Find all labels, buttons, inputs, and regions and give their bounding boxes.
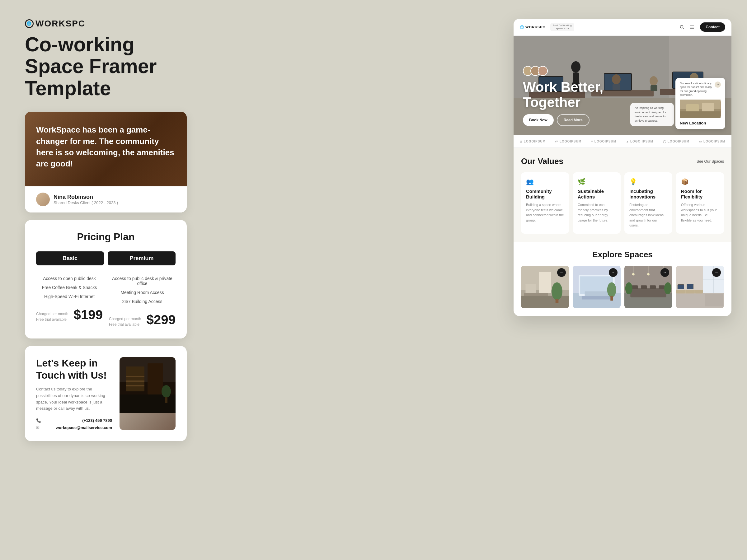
avatar-3: [538, 66, 548, 76]
value-incubating: 💡 Incubating Innovations Fostering an en…: [624, 172, 672, 234]
new-location-card: Our new location is finally open for pub…: [675, 78, 725, 129]
premium-trial-label: Free trial available: [109, 322, 141, 327]
svg-point-50: [551, 282, 562, 300]
premium-tab[interactable]: Premium: [108, 251, 176, 265]
explore-card-3: →: [624, 265, 672, 309]
svg-rect-83: [676, 290, 685, 293]
see-spaces-link[interactable]: See Our Spaces: [697, 159, 724, 164]
community-desc: Building a space where everyone feels we…: [526, 202, 564, 223]
testimonial-card: WorkSpace has been a game-changer for me…: [25, 112, 187, 212]
contact-title: Let's Keep in Touch with Us!: [36, 357, 112, 381]
svg-rect-56: [582, 296, 612, 299]
logo-1: ◎ Logoipsum: [520, 140, 546, 143]
incubating-desc: Fostering an environment that encourages…: [629, 202, 667, 228]
logos-bar: ◎ Logoipsum 🏷 LOGOIPSUM ≡ LOGOIPSUM ▲ Lo…: [514, 135, 731, 148]
community-icon: 👥: [526, 178, 564, 185]
flexibility-name: Room for Flexibility: [681, 189, 719, 200]
contact-section: Let's Keep in Touch with Us! Contact us …: [25, 346, 187, 441]
svg-rect-89: [687, 284, 693, 289]
logo-5: ◯ logoipsum: [663, 140, 689, 143]
logo-6: ▭ logoipsum: [699, 140, 725, 143]
explore-arrow-4[interactable]: →: [712, 268, 721, 277]
svg-rect-84: [686, 290, 695, 293]
browser-badge: Best Co-Working Space 2023: [550, 23, 574, 31]
svg-rect-3: [148, 364, 163, 395]
logo-4: ▲ Logo Ipsum: [626, 140, 653, 143]
explore-arrow-3[interactable]: →: [661, 268, 669, 277]
contact-button[interactable]: Contact: [700, 22, 725, 32]
values-header: Our Values See Our Spaces: [521, 157, 724, 166]
svg-rect-2: [126, 367, 145, 391]
svg-line-11: [683, 28, 684, 29]
basic-features: Access to open public desk Free Coffee B…: [36, 274, 103, 327]
sustainable-icon: 🌿: [578, 178, 616, 185]
read-more-button[interactable]: Read More: [557, 114, 590, 126]
sustainable-desc: Committed to eco-friendly practices by r…: [578, 202, 616, 223]
value-sustainable: 🌿 Sustainable Actions Committed to eco-f…: [573, 172, 621, 234]
basic-feature-1: Access to open public desk: [36, 274, 103, 283]
badge-line2: Space 2023: [553, 27, 571, 30]
svg-point-67: [647, 273, 650, 275]
svg-point-76: [664, 282, 671, 294]
incubating-icon: 💡: [629, 178, 667, 185]
logo-3: ≡ LOGOIPSUM: [591, 140, 616, 143]
explore-title: Explore Spaces: [521, 250, 724, 260]
premium-feature-1: Access to public desk & private office: [109, 274, 176, 288]
pricing-features: Access to open public desk Free Coffee B…: [36, 274, 176, 327]
logo-2: 🏷 LOGOIPSUM: [555, 140, 582, 143]
explore-arrow-1[interactable]: →: [557, 268, 566, 277]
testimonial-quote: WorkSpace has been a game-changer for me…: [36, 124, 176, 169]
pricing-tabs: Basic Premium: [36, 251, 176, 265]
browser-globe-icon: 🌐: [520, 25, 524, 29]
search-icon[interactable]: [679, 24, 685, 30]
menu-icon[interactable]: [689, 24, 695, 30]
browser-logo-text: WORKSPC: [525, 25, 545, 29]
new-location-popup-text: Our new location is finally open for pub…: [680, 81, 715, 97]
side-card-top: Our new location is finally open for pub…: [680, 81, 721, 97]
svg-point-65: [632, 273, 635, 275]
brand-logo: 🌐 WORKSPC: [25, 19, 187, 29]
basic-charge-label: Charged per month: [36, 311, 68, 317]
svg-rect-49: [521, 296, 569, 308]
svg-rect-85: [695, 290, 703, 293]
globe-icon: 🌐: [25, 19, 34, 28]
contact-phone-row: 📞 (+123) 456 7890: [36, 418, 112, 423]
contact-phone: (+123) 456 7890: [82, 418, 112, 423]
svg-point-58: [607, 282, 616, 297]
svg-point-75: [625, 282, 633, 294]
svg-rect-59: [610, 296, 613, 300]
pricing-section: Pricing Plan Basic Premium Access to ope…: [25, 220, 187, 339]
basic-feature-2: Free Coffee Break & Snacks: [36, 283, 103, 292]
explore-card-2: →: [573, 265, 621, 309]
email-icon: ✉: [36, 425, 40, 430]
hero-buttons: Book Now Read More: [523, 114, 603, 126]
flexibility-desc: Offering various workspaces to suit your…: [681, 202, 719, 223]
phone-icon: 📞: [36, 418, 41, 423]
basic-tab[interactable]: Basic: [36, 251, 104, 265]
basic-feature-3: High-Speed Wi-Fi Internet: [36, 292, 103, 301]
hero-title: Work Better, Together: [523, 80, 603, 110]
author-name: Nina Robinson: [54, 194, 118, 201]
main-title: Co-working Space Framer Template: [25, 34, 187, 99]
hero-content: Work Better, Together Book Now Read More: [523, 66, 603, 126]
premium-price: $299: [147, 312, 176, 327]
new-location-label: New Location: [680, 121, 721, 125]
testimonial-author-section: Nina Robinson Shared Desks Client ( 2022…: [25, 186, 187, 212]
premium-charge-label: Charged per month: [109, 316, 141, 322]
side-card-dot: ···: [715, 81, 721, 88]
testimonial-background: WorkSpace has been a game-changer for me…: [25, 112, 187, 186]
svg-rect-46: [539, 272, 551, 292]
explore-grid: → →: [521, 265, 724, 309]
svg-rect-51: [556, 299, 559, 303]
browser-mockup: 🌐 WORKSPC Best Co-Working Space 2023: [514, 19, 731, 316]
book-now-button[interactable]: Book Now: [523, 114, 554, 126]
basic-trial-label: Free trial available: [36, 317, 68, 322]
premium-price-row: Charged per month Free trial available $…: [109, 312, 176, 327]
left-panel: 🌐 WORKSPC Co-working Space Framer Templa…: [25, 19, 187, 441]
browser-bar: 🌐 WORKSPC Best Co-Working Space 2023: [514, 19, 731, 36]
explore-arrow-2[interactable]: →: [609, 268, 618, 277]
svg-rect-72: [641, 285, 647, 289]
svg-rect-43: [680, 111, 721, 118]
hero-avatars: [523, 66, 603, 76]
pricing-title: Pricing Plan: [36, 231, 176, 243]
